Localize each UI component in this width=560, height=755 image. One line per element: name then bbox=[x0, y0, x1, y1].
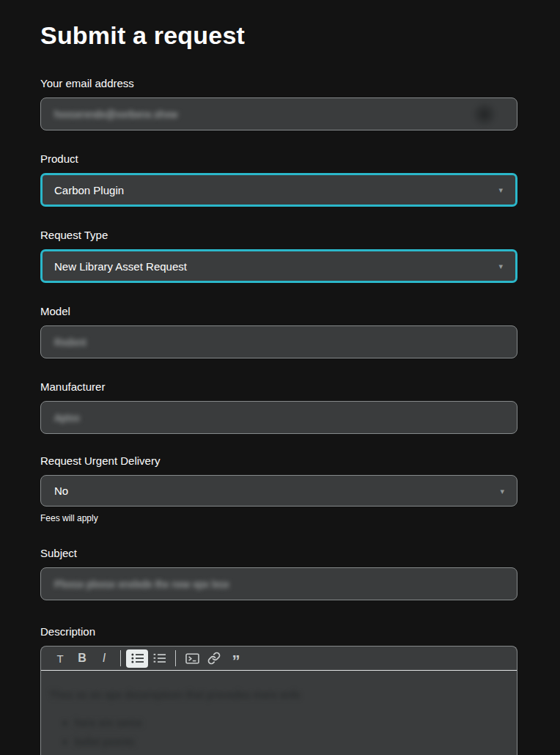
bullet-list-icon bbox=[131, 653, 144, 663]
manufacturer-label: Manufacturer bbox=[40, 380, 517, 394]
subject-value-redacted: Plxxsx plxxsx xnxlxdx thx nxw xpx lxsx bbox=[54, 578, 229, 590]
request-type-group: Request Type New Library Asset Request ▾ bbox=[40, 229, 517, 283]
blurred-artifact bbox=[471, 102, 498, 127]
description-label: Description bbox=[40, 625, 517, 638]
blockquote-icon: ” bbox=[232, 658, 240, 665]
italic-icon: I bbox=[103, 652, 106, 665]
chevron-down-icon: ▾ bbox=[498, 185, 503, 195]
product-selected-value: Carbon Plugin bbox=[54, 184, 124, 196]
link-icon bbox=[207, 652, 221, 665]
description-group: Description T B I bbox=[40, 625, 517, 755]
description-bullet-list: hxrx xrx sxmx bxllxt pxxnts bbox=[55, 716, 505, 748]
bold-button[interactable]: B bbox=[71, 649, 93, 668]
email-group: Your email address hxxsxrxndx@xxrbxnx.sh… bbox=[40, 77, 517, 130]
toolbar-divider bbox=[120, 650, 121, 666]
list-item: hxrx xrx sxmx bbox=[75, 716, 505, 729]
chevron-down-icon: ▾ bbox=[500, 486, 504, 496]
subject-label: Subject bbox=[40, 547, 517, 560]
italic-button[interactable]: I bbox=[93, 649, 115, 668]
text-style-icon: T bbox=[56, 652, 63, 665]
urgent-delivery-helper-text: Fees will apply bbox=[40, 513, 517, 523]
page-title: Submit a request bbox=[40, 0, 517, 50]
urgent-delivery-selected-value: No bbox=[54, 485, 68, 497]
chevron-down-icon: ▾ bbox=[498, 262, 503, 271]
toolbar-divider bbox=[175, 650, 176, 666]
urgent-delivery-select[interactable]: No ▾ bbox=[40, 475, 517, 507]
text-style-button[interactable]: T bbox=[49, 649, 71, 668]
terminal-icon bbox=[185, 653, 199, 664]
request-type-label: Request Type bbox=[40, 229, 517, 242]
quote-button[interactable]: ” bbox=[225, 649, 247, 668]
editor-toolbar: T B I bbox=[41, 647, 517, 671]
model-group: Model Rxdxnt bbox=[40, 305, 517, 358]
product-group: Product Carbon Plugin ▾ bbox=[40, 152, 517, 207]
model-value-redacted: Rxdxnt bbox=[54, 336, 86, 348]
request-type-select[interactable]: New Library Asset Request ▾ bbox=[40, 249, 517, 283]
manufacturer-input[interactable]: Aptxx bbox=[40, 401, 517, 434]
bold-icon: B bbox=[78, 652, 86, 665]
model-input[interactable]: Rxdxnt bbox=[40, 325, 517, 358]
manufacturer-group: Manufacturer Aptxx bbox=[40, 380, 517, 434]
bullet-list-button[interactable] bbox=[126, 649, 148, 668]
urgent-delivery-label: Request Urgent Delivery bbox=[40, 454, 517, 468]
insert-image-button[interactable] bbox=[181, 649, 203, 668]
model-label: Model bbox=[40, 305, 517, 318]
subject-group: Subject Plxxsx plxxsx xnxlxdx thx nxw xp… bbox=[40, 547, 517, 600]
product-select[interactable]: Carbon Plugin ▾ bbox=[40, 173, 517, 207]
ordered-list-icon bbox=[153, 653, 166, 663]
request-type-selected-value: New Library Asset Request bbox=[54, 260, 187, 273]
subject-input[interactable]: Plxxsx plxxsx xnxlxdx thx nxw xpx lxsx bbox=[40, 567, 517, 600]
insert-link-button[interactable] bbox=[203, 649, 225, 668]
product-label: Product bbox=[40, 152, 517, 166]
description-textarea[interactable]: Thxs xs xn xpx dxsxrxptxxn thxt prxvxdxs… bbox=[41, 671, 517, 748]
urgent-delivery-group: Request Urgent Delivery No ▾ Fees will a… bbox=[40, 454, 517, 523]
rich-text-editor: T B I bbox=[40, 646, 517, 755]
request-form: Submit a request Your email address hxxs… bbox=[0, 0, 560, 755]
email-label: Your email address bbox=[40, 77, 517, 90]
manufacturer-value-redacted: Aptxx bbox=[54, 412, 80, 424]
email-value-redacted: hxxsxrxndx@xxrbxnx.shxw bbox=[54, 108, 177, 120]
list-item: bxllxt pxxnts bbox=[75, 735, 505, 748]
description-paragraph-redacted: Thxs xs xn xpx dxsxrxptxxn thxt prxvxdxs… bbox=[49, 688, 505, 701]
email-input[interactable]: hxxsxrxndx@xxrbxnx.shxw bbox=[40, 97, 517, 130]
ordered-list-button[interactable] bbox=[148, 649, 170, 668]
